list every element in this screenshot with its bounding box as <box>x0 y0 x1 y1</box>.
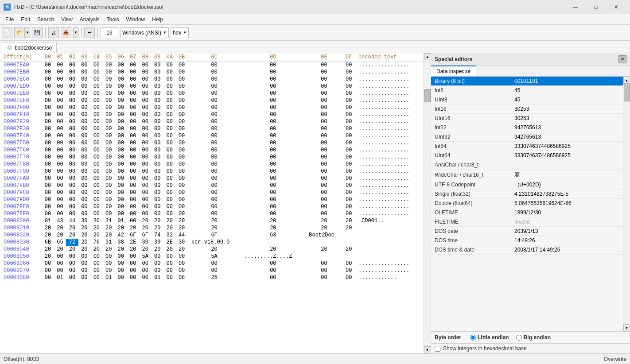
hex-cell[interactable]: 00 <box>175 154 187 161</box>
hex-cell[interactable]: 00 <box>188 132 241 139</box>
hex-cell[interactable]: 00 <box>175 267 187 274</box>
table-row[interactable]: 00007F6000000000000000000000000000000000… <box>0 147 424 154</box>
hex-cell[interactable]: 00 <box>343 168 355 175</box>
hex-cell[interactable]: 00 <box>115 154 127 161</box>
hex-cell[interactable]: 00 <box>139 104 151 111</box>
hex-cell[interactable]: 00 <box>343 267 355 274</box>
list-item[interactable]: AnsiChar / char8_t- <box>431 160 623 170</box>
scroll-thumb[interactable] <box>424 89 431 102</box>
hex-cell[interactable]: 00 <box>175 147 187 154</box>
list-item[interactable]: Binary (8 bit)00101101 <box>431 77 623 86</box>
hex-cell[interactable]: 00 <box>115 97 127 104</box>
hex-cell[interactable]: 20 <box>151 246 163 253</box>
hex-cell[interactable]: 00 <box>188 161 241 168</box>
hex-cell[interactable]: 00 <box>103 76 115 83</box>
hex-cell[interactable]: 00 <box>78 62 90 69</box>
table-row[interactable]: 00007EB000000000000000000000000000000000… <box>0 69 424 76</box>
hex-cell[interactable]: 00 <box>305 182 342 189</box>
table-row[interactable]: 0000800001434430303101002020202020202020… <box>0 217 424 225</box>
hex-cell[interactable]: 01 <box>151 274 163 281</box>
table-row[interactable]: 00007F0000000000000000000000000000000000… <box>0 104 424 111</box>
hex-cell[interactable]: 00 <box>78 274 90 281</box>
hex-cell[interactable]: 00 <box>54 267 66 274</box>
hex-cell[interactable]: 00 <box>241 168 305 175</box>
table-row[interactable]: 00007F9000000000000000000000000000000000… <box>0 168 424 175</box>
table-row[interactable]: 00007F1000000000000000000000000000000000… <box>0 111 424 118</box>
save-button[interactable]: 💾 <box>32 27 43 38</box>
hex-cell[interactable]: 00 <box>103 83 115 90</box>
hex-cell[interactable]: 2E <box>163 239 175 246</box>
hex-cell[interactable]: 00 <box>305 125 342 132</box>
hex-cell[interactable]: 00 <box>305 90 342 97</box>
hex-cell[interactable]: 00 <box>42 111 54 118</box>
hex-cell[interactable]: 00 <box>241 139 305 147</box>
hex-cell[interactable]: 00 <box>115 147 127 154</box>
hex-cell[interactable]: 20 <box>127 225 139 232</box>
hex-cell[interactable]: 00 <box>139 139 151 147</box>
table-row[interactable]: 00007FC000000000000000000000000000000000… <box>0 189 424 196</box>
hex-cell[interactable]: 00 <box>163 154 175 161</box>
hex-cell[interactable]: 00 <box>115 90 127 97</box>
list-item[interactable]: Int1630253 <box>431 105 623 114</box>
hex-cell[interactable]: 00 <box>151 154 163 161</box>
hex-cell[interactable]: 00 <box>163 260 175 267</box>
hex-cell[interactable]: 00 <box>163 203 175 210</box>
hex-scrollbar[interactable]: ▲ ▼ <box>424 53 431 353</box>
menu-item-window[interactable]: Window <box>123 15 149 23</box>
hex-cell[interactable]: 00 <box>163 161 175 168</box>
table-row[interactable]: 00007ED000000000000000000000000000000000… <box>0 83 424 90</box>
hex-cell[interactable]: 00 <box>54 182 66 189</box>
hex-cell[interactable]: 00 <box>343 274 355 281</box>
hex-cell[interactable]: 00 <box>42 154 54 161</box>
hex-cell[interactable]: 00 <box>54 168 66 175</box>
hex-cell[interactable]: 00 <box>241 125 305 132</box>
hex-cell[interactable]: 00 <box>90 196 102 203</box>
hex-cell[interactable]: 00 <box>139 154 151 161</box>
hex-cell[interactable]: 00 <box>139 111 151 118</box>
table-row[interactable]: 00007F7000000000000000000000000000000000… <box>0 154 424 161</box>
show-hex-checkbox[interactable] <box>435 346 440 352</box>
list-item[interactable]: Single (float32)4.23101482738275E-5 <box>431 190 623 199</box>
hex-cell[interactable]: 00 <box>163 69 175 76</box>
hex-cell[interactable]: 20 <box>188 217 241 225</box>
hex-cell[interactable]: 00 <box>151 139 163 147</box>
hex-cell[interactable]: 44 <box>175 232 187 239</box>
hex-cell[interactable]: 00 <box>163 196 175 203</box>
hex-cell[interactable]: 42 <box>115 232 127 239</box>
list-item[interactable]: UTF-8 Codepoint- (U+002D) <box>431 180 623 190</box>
hex-cell[interactable]: 00 <box>66 139 78 147</box>
hex-cell[interactable]: 00 <box>115 196 127 203</box>
hex-cell[interactable]: 00 <box>175 260 187 267</box>
hex-cell[interactable]: 00 <box>175 139 187 147</box>
hex-cell[interactable]: 00 <box>90 154 102 161</box>
hex-cell[interactable]: 20 <box>305 246 342 253</box>
hex-cell[interactable]: 00 <box>139 196 151 203</box>
hex-cell[interactable]: 00 <box>163 147 175 154</box>
export-dropdown[interactable]: ▼ <box>73 27 78 38</box>
hex-cell[interactable]: 00 <box>115 182 127 189</box>
hex-cell[interactable]: 00 <box>241 196 305 203</box>
hex-cell[interactable]: 00 <box>163 118 175 125</box>
hex-cell[interactable]: 65 <box>54 239 66 246</box>
hex-cell[interactable]: 00 <box>175 203 187 210</box>
new-button[interactable]: 📄 <box>2 27 12 38</box>
hex-cell[interactable]: 00 <box>103 175 115 182</box>
hex-cell[interactable]: 00 <box>305 97 342 104</box>
hex-cell[interactable]: 00 <box>54 161 66 168</box>
hex-cell[interactable]: 2E <box>127 239 139 246</box>
hex-cell[interactable]: 00 <box>54 76 66 83</box>
hex-cell[interactable]: 00 <box>42 139 54 147</box>
hex-cell[interactable]: 00 <box>343 139 355 147</box>
maximize-button[interactable]: □ <box>586 0 606 14</box>
hex-cell[interactable]: 00 <box>42 132 54 139</box>
hex-cell[interactable]: 00 <box>90 125 102 132</box>
hex-cell[interactable]: 00 <box>305 62 342 69</box>
hex-cell[interactable]: 20 <box>175 217 187 225</box>
hex-cell[interactable]: 2D <box>78 239 90 246</box>
hex-cell[interactable]: 00 <box>163 182 175 189</box>
table-row[interactable]: 00007FE000000000000000000000000000000000… <box>0 203 424 210</box>
hex-cell[interactable]: 00 <box>103 267 115 274</box>
hex-cell[interactable]: 00 <box>343 83 355 90</box>
hex-cell[interactable]: 00 <box>78 182 90 189</box>
hex-cell[interactable]: 20 <box>66 225 78 232</box>
